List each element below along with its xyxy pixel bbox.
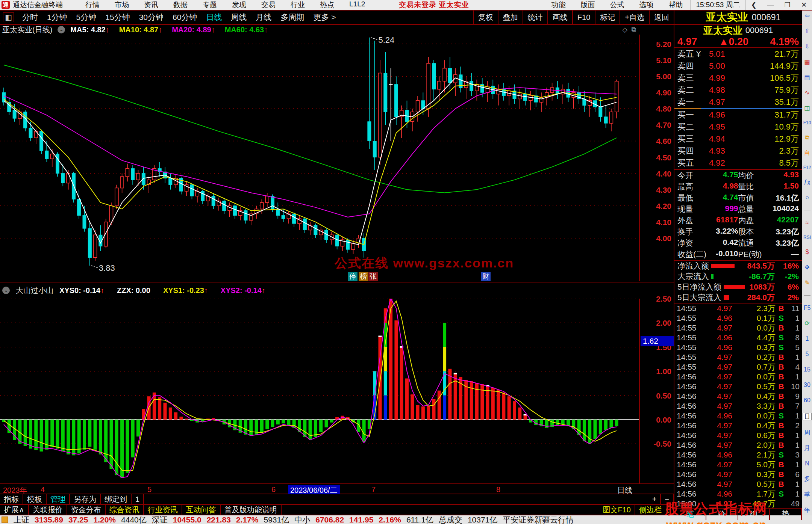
transaction-row[interactable]: 14:564.970.6万B1 [674,430,802,440]
info-tab[interactable]: 关联报价 [29,505,67,515]
period-season[interactable]: 季 [804,492,810,498]
menu-item[interactable]: 交易 [254,0,283,10]
bid-row[interactable]: 买五4.928.5万 [674,157,802,169]
page-up-icon[interactable]: ⇧ [804,28,809,34]
toolbar-button[interactable]: 标记 [595,11,620,24]
period-day[interactable]: 日 [803,413,812,420]
transaction-row[interactable]: 14:564.960.0万S1 [674,411,802,421]
bid-row[interactable]: 买一4.9631.7万 [674,109,802,121]
indicator-tab[interactable]: 1 [132,494,144,504]
transaction-row[interactable]: 14:554.964.4万S8 [674,333,802,343]
transaction-row[interactable]: 14:564.970.4万B2 [674,421,802,430]
period-30[interactable]: 30 [804,382,810,388]
period-n[interactable]: N [805,461,809,467]
menu-item[interactable]: 公式 [602,0,632,10]
market-icon[interactable] [2,516,8,523]
collapse-icon[interactable]: ⌄ [58,26,65,33]
transaction-row[interactable]: 14:554.960.1万S1 [674,313,802,323]
period-tab[interactable]: 1分钟 [42,12,72,23]
period-tab[interactable]: 30分钟 [135,12,168,23]
menu-item[interactable]: 版面 [573,0,602,10]
candlestick-chart[interactable]: 5.243.83 [0,35,639,281]
menu-item[interactable]: 行业 [283,0,312,10]
menu-item[interactable]: 帮助 [661,0,690,10]
f10-button[interactable]: F10 [803,121,811,125]
relation-icon[interactable]: ⧉ [805,134,809,140]
transaction-row[interactable]: 14:564.961.7万S1 [674,489,802,499]
transaction-row[interactable]: 14:564.970.0万B1 [674,372,802,382]
minimize-icon[interactable]: — [762,1,779,9]
report-icon[interactable]: ▦ [804,59,810,65]
transaction-row[interactable]: 14:554.970.2万B1 [674,352,802,362]
maximize-icon[interactable]: ❐ [779,1,796,9]
transaction-row[interactable]: 14:554.970.0万B1 [674,323,802,333]
ask-row[interactable]: 卖一4.9735.1万 [674,96,802,108]
toolbar-button[interactable]: 复权 [473,11,498,24]
f5-button[interactable]: F5 [804,305,811,311]
quote-list-icon[interactable]: ▤ [804,74,810,80]
period-tab[interactable]: 分时 [18,12,42,23]
login-status[interactable]: 交易未登录 亚太实业 [399,0,469,10]
period-tab[interactable]: 月线 [251,12,276,23]
event-tag[interactable]: 财 [481,272,491,281]
transaction-row[interactable]: 14:564.970.5万B10 [674,382,802,391]
indicator-tab[interactable]: 模板 [23,494,47,504]
period-tab[interactable]: 日线 [201,12,226,23]
bid-row[interactable]: 买二4.9510.9万 [674,121,802,133]
indicator-tab[interactable]: 管理 [47,494,70,504]
move-icon[interactable]: ✥ [804,264,809,270]
restore-down-icon[interactable]: ❮ [746,1,762,9]
toolbar-button[interactable]: 返回 [649,11,674,24]
info-tab[interactable]: 行业资讯 [144,505,182,515]
menu-item[interactable]: 行情 [78,0,107,10]
transaction-row[interactable]: 14:564.970.3万B6 [674,470,802,479]
menu-item[interactable]: 发现 [224,0,254,10]
transaction-row[interactable]: 14:564.970.5万B1 [674,479,802,489]
transaction-row[interactable]: 14:564.970.4万B9 [674,391,802,401]
timeline-axis[interactable]: 2023年4562023/06/06/二78 日线 [0,483,674,494]
ask-row[interactable]: 卖五 ¥5.0121.7万 [674,48,802,60]
menu-item[interactable]: 专题 [195,0,224,10]
menu-item[interactable]: 热点 [312,0,342,10]
info-tab[interactable]: 普及版功能说明 [221,505,282,515]
transaction-row[interactable]: 14:564.962.1万S3 [674,450,802,460]
window-icon[interactable]: ⧉ [631,26,636,34]
indicator-chart[interactable] [0,299,639,483]
trend-chart-icon[interactable]: ∿ [804,90,809,96]
ask-row[interactable]: 卖三4.99106.5万 [674,72,802,84]
period-15[interactable]: 15 [804,367,810,373]
menu-item[interactable]: 功能 [544,0,573,10]
close-icon[interactable]: ✕ [796,1,812,9]
menu-item[interactable]: 选项 [632,0,661,10]
transaction-row[interactable]: 14:564.975.0万B1 [674,460,802,470]
pencil-icon[interactable]: ✎ [804,280,809,286]
transaction-row[interactable]: 14:554.960.3万S5 [674,343,802,352]
period-tab[interactable]: 更多 > [309,12,340,23]
ask-row[interactable]: 卖二4.9875.9万 [674,84,802,96]
menu-item[interactable]: 市场 [107,0,136,10]
transaction-row[interactable]: 14:564.973.3万B7 [674,401,802,411]
wave-icon[interactable]: ≈ [806,220,809,226]
period-tab[interactable]: 15分钟 [101,12,134,23]
circle-icon[interactable]: ○ [805,195,809,201]
zixuan-button[interactable]: 自 [804,150,810,156]
bid-row[interactable]: 买三4.9412.9万 [674,133,802,145]
rsi-button[interactable]: RSI [803,235,811,240]
layout-toggle-icon[interactable]: ◧ [3,12,14,22]
formula-icon[interactable]: ƒχ [804,179,810,185]
toolbar-button[interactable]: F10 [572,11,595,24]
kline-icon[interactable]: ◫ [804,105,810,111]
period-tab[interactable]: 5分钟 [72,12,101,23]
info-tab[interactable]: 综合资讯 [106,505,144,515]
timeline-label[interactable]: 2023/06/06/二 [288,485,340,495]
period-tab[interactable]: 多周期 [276,12,309,23]
event-tag[interactable]: 停 [348,272,358,281]
transaction-row[interactable]: 14:554.970.7万B4 [674,362,802,372]
period-1[interactable]: 1 [806,336,809,342]
page-down-icon[interactable]: ⇩ [804,44,809,50]
f12-button[interactable]: F12 [803,165,811,170]
toolbar-button[interactable]: 画线 [547,11,572,24]
toolbar-button[interactable]: 叠加 [498,11,523,24]
indicator-tab[interactable]: 绑定到 [101,494,132,504]
event-tag[interactable]: 张 [368,272,378,281]
